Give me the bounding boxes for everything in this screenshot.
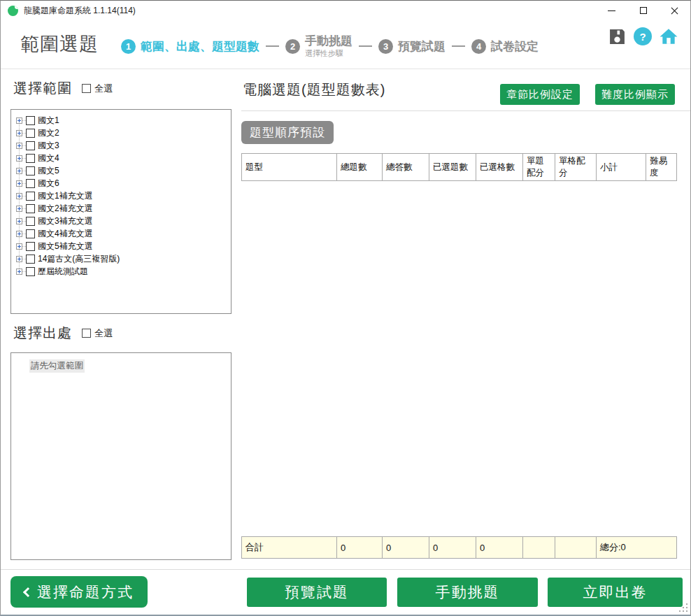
tree-item: 國文6 (11, 177, 231, 189)
col-header-total-answers: 總答數 (383, 154, 429, 181)
step-1-label: 範圍、出處、題型題數 (141, 38, 259, 55)
step-2-circle: 2 (285, 39, 300, 54)
expand-icon[interactable] (16, 168, 22, 174)
tree-item-checkbox[interactable] (26, 267, 35, 276)
close-button[interactable] (659, 1, 690, 20)
tree-item-checkbox[interactable] (26, 242, 35, 251)
expand-icon[interactable] (16, 117, 22, 124)
difficulty-ratio-button[interactable]: 難度比例顯示 (595, 84, 675, 105)
expand-icon[interactable] (16, 206, 22, 212)
expand-icon[interactable] (16, 130, 22, 136)
save-button[interactable] (608, 28, 626, 45)
tree-item-checkbox[interactable] (26, 141, 35, 150)
tree-item-checkbox[interactable] (26, 255, 35, 264)
source-title: 選擇出處 (13, 324, 72, 343)
range-select-all-checkbox[interactable] (82, 84, 91, 93)
tree-item-checkbox[interactable] (26, 229, 35, 238)
page-title: 範圍選題 (20, 31, 99, 57)
tree-item-checkbox[interactable] (26, 204, 35, 213)
generate-exam-button[interactable]: 立即出卷 (548, 578, 683, 607)
expand-icon[interactable] (16, 243, 22, 250)
tree-item-checkbox[interactable] (26, 179, 35, 188)
chapter-ratio-button[interactable]: 章節比例設定 (500, 84, 580, 105)
main-section-title: 電腦選題(題型題數表) (243, 80, 385, 99)
tree-item-label: 國文2補充文選 (38, 203, 93, 215)
manual-pick-button[interactable]: 手動挑題 (397, 578, 538, 607)
window-controls (596, 1, 690, 20)
total-label-cell: 合計 (242, 537, 337, 559)
maximize-button[interactable] (627, 1, 659, 20)
back-to-mode-button[interactable]: 選擇命題方式 (10, 576, 148, 608)
expand-icon[interactable] (16, 231, 22, 237)
total-answers-cell: 0 (383, 537, 429, 559)
step-2-sublabel: 選擇性步驟 (305, 49, 352, 57)
footer-divider (1, 569, 690, 570)
expand-icon[interactable] (16, 155, 22, 162)
type-order-button[interactable]: 題型順序預設 (241, 121, 334, 144)
tree-item-checkbox[interactable] (26, 129, 35, 138)
tree-item: 國文5補充文選 (11, 240, 231, 252)
app-title: 龍騰題庫命題系統 1.1.14(114) (24, 5, 136, 17)
main-divider (241, 110, 690, 111)
tree-item-checkbox[interactable] (26, 116, 35, 125)
tree-item: 14篇古文(高三複習版) (11, 252, 231, 265)
tree-item-checkbox[interactable] (26, 192, 35, 201)
tree-item-label: 14篇古文(高三複習版) (38, 253, 120, 265)
step-2-label: 手動挑題 (305, 35, 352, 48)
step-dash (452, 45, 465, 47)
tree-item-checkbox[interactable] (26, 217, 35, 226)
tree-item: 國文3 (11, 139, 231, 152)
tree-item-label: 國文4 (38, 152, 59, 164)
tree-item-label: 國文3補充文選 (38, 215, 93, 227)
step-4-circle: 4 (471, 39, 486, 54)
source-select-all-label: 全選 (94, 327, 113, 340)
tree-item: 國文5 (11, 164, 231, 177)
expand-icon[interactable] (16, 218, 22, 224)
range-title: 選擇範圍 (13, 79, 72, 98)
total-score-per-cell-cell (555, 537, 597, 559)
expand-icon[interactable] (16, 256, 22, 262)
title-bar: 龍騰題庫命題系統 1.1.14(114) (1, 1, 690, 20)
resize-grip[interactable] (679, 603, 688, 612)
source-select-all-checkbox[interactable] (82, 329, 91, 338)
app-window: 龍騰題庫命題系統 1.1.14(114) 範圍選題 1 範圍、出處、題型題數 2… (0, 0, 691, 616)
tree-item-checkbox[interactable] (26, 154, 35, 163)
tree-item: 國文3補充文選 (11, 215, 231, 227)
minimize-button[interactable] (596, 1, 627, 20)
tree-item: 國文2 (11, 127, 231, 139)
tree-item: 國文2補充文選 (11, 202, 231, 215)
col-header-subtotal: 小計 (597, 154, 646, 181)
total-selected-cells-cell: 0 (476, 537, 523, 559)
app-logo-icon (8, 6, 18, 16)
tree-item-label: 國文5補充文選 (38, 241, 93, 252)
source-select-all: 全選 (82, 327, 113, 340)
source-hint-text: 請先勾選範圍 (29, 359, 85, 373)
help-icon: ? (639, 31, 646, 43)
tree-item: 國文4 (11, 152, 231, 164)
expand-icon[interactable] (16, 143, 22, 149)
step-1-circle: 1 (121, 39, 136, 54)
col-header-score-per-question: 單題配分 (523, 154, 555, 181)
home-button[interactable] (660, 27, 678, 45)
total-score-cell: 總分:0 (597, 537, 677, 559)
header-icons: ? (608, 27, 678, 45)
source-list-panel[interactable]: 請先勾選範圍 (10, 352, 231, 560)
col-header-difficulty: 難易度 (646, 154, 677, 181)
expand-icon[interactable] (16, 193, 22, 199)
range-section-header: 選擇範圍 全選 (13, 79, 113, 98)
expand-icon[interactable] (16, 180, 22, 187)
tree-item-checkbox[interactable] (26, 166, 35, 176)
range-tree-panel[interactable]: 國文1 國文2 國文3 國文4 國文5 國文6 國文1補充文選 國文2補充文選 … (10, 109, 231, 314)
minimize-icon (608, 10, 615, 11)
home-icon (660, 27, 678, 45)
col-header-total-questions: 總題數 (337, 154, 383, 181)
col-header-score-per-cell: 單格配分 (555, 154, 597, 181)
help-button[interactable]: ? (634, 27, 652, 45)
tree-item-label: 國文5 (38, 165, 59, 177)
col-header-selected-questions: 已選題數 (429, 154, 476, 181)
totals-table: 合計 0 0 0 0 總分:0 (241, 536, 677, 559)
step-3-circle: 3 (378, 39, 393, 54)
table-header-row: 題型 總題數 總答數 已選題數 已選格數 單題配分 單格配分 小計 難易度 (242, 154, 677, 181)
expand-icon[interactable] (16, 268, 22, 275)
preview-questions-button[interactable]: 預覽試題 (247, 578, 387, 607)
